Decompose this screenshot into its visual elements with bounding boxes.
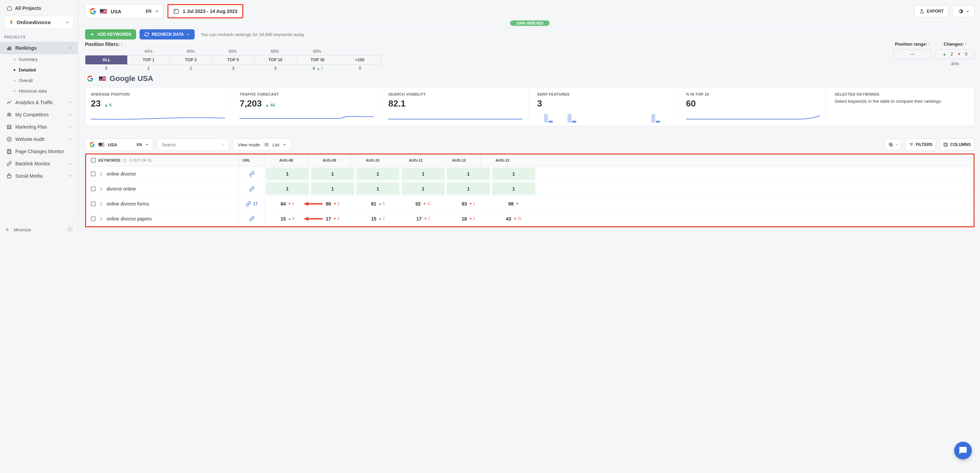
keyword-text[interactable]: online divorce papers [107,216,152,221]
chevron-down-icon [68,113,73,117]
date-header[interactable]: AUG-08 [265,154,308,166]
rank-cell: 1 [311,182,354,195]
sidebar-subitem-overall[interactable]: Overall [0,75,78,86]
select-all-checkbox[interactable] [91,158,95,162]
link-icon[interactable] [249,171,255,177]
minimize-button[interactable]: Minimize ? [0,223,78,237]
row-checkbox[interactable] [91,201,95,206]
settings-button[interactable] [952,5,975,18]
expand-row-icon[interactable]: ❯ [100,202,102,205]
columns-button[interactable]: COLUMNS [940,139,975,151]
row-checkbox[interactable] [91,172,95,176]
dot-icon [14,80,15,81]
rank-cell: 1 [311,167,354,180]
table-engine-select[interactable]: USA EN [85,139,153,151]
sidebar-subitem-detailed[interactable]: Detailed [0,65,78,75]
url-count: 17 [253,201,258,206]
project-select[interactable]: Onlinedivorce [4,16,74,29]
rank-cell: 15▲ 2 [356,212,399,225]
filters-button[interactable]: FILTERS [905,139,936,151]
filter-segment[interactable]: >100 [339,56,381,64]
export-button[interactable]: EXPORT [914,5,949,18]
changes-label: Changes: [943,41,964,47]
sidebar-item-social-media[interactable]: Social Media [0,170,78,182]
row-checkbox[interactable] [91,186,95,191]
gear-icon [957,8,963,14]
sidebar-subitem-label: Summary [19,57,38,62]
sidebar-subitem-historical-data[interactable]: Historical data [0,86,78,96]
keyword-text[interactable]: divorce online [107,186,136,191]
rank-cell: 1 [447,182,490,195]
sparkline [686,112,820,123]
link-icon[interactable] [249,216,255,221]
filter-segment[interactable]: TOP 1 [127,56,170,64]
filter-segment-count: 0 [339,65,381,71]
sidebar-item-label: Marketing Plan [15,124,47,130]
svg-rect-2 [9,47,10,50]
svg-marker-38 [304,202,308,206]
copy-button[interactable] [885,139,902,151]
expand-row-icon[interactable]: ❯ [100,217,102,220]
all-projects-label: All Projects [15,5,41,11]
filter-segment[interactable]: TOP 5 [212,56,254,64]
sidebar-item-rankings[interactable]: Rankings [0,42,78,54]
link-icon[interactable] [246,201,251,207]
sidebar-item-analytics-&-traffic[interactable]: Analytics & Traffic [0,96,78,108]
stat-top10[interactable]: % IN TOP 10 60 [681,88,826,124]
stats-row: AVERAGE POSITION 23▲ 6 TRAFFIC FORECAST … [85,87,975,126]
keywords-header[interactable]: KEYWORDS [98,158,121,162]
date-header[interactable]: AUG-12 [438,154,481,166]
sidebar-item-website-audit[interactable]: Website Audit [0,133,78,145]
expand-row-icon[interactable]: ❯ [100,187,102,191]
svg-point-9 [7,137,11,141]
help-icon[interactable]: ? [67,227,73,233]
filter-segment[interactable]: TOP 30 [297,56,339,64]
rank-cell: 81▲ 5 [356,197,399,210]
changes-value[interactable]: ▲2 ▼0 [935,49,975,59]
date-header[interactable]: AUG-10 [351,154,395,166]
sidebar-subitem-summary[interactable]: Summary [0,54,78,65]
add-keywords-button[interactable]: ADD KEYWORDS [85,29,136,40]
sidebar-item-page-changes-monitor[interactable]: Page Changes Monitor [0,145,78,158]
nav-icon [6,137,12,142]
sidebar-item-backlink-monitor[interactable]: Backlink Monitor [0,158,78,170]
sidebar-item-marketing-plan[interactable]: Marketing Plan [0,121,78,133]
flag-icon [99,76,106,81]
delta-down: ▼ 1 [469,217,475,220]
date-header[interactable]: AUG-09 [308,154,351,166]
url-header[interactable]: URL [239,154,265,166]
date-header[interactable]: AUG-11 [395,154,438,166]
google-icon [89,142,95,147]
stat-serp[interactable]: SERP FEATURES 3 [532,88,677,124]
search-input-wrap[interactable] [157,139,229,151]
pos-range-value[interactable]: — [893,49,931,59]
copy-icon [888,142,893,147]
expand-toggle[interactable] [85,129,975,136]
list-icon [264,142,269,147]
expand-row-icon[interactable]: ❯ [100,172,102,175]
filter-segment[interactable]: ALL [86,56,127,64]
search-input[interactable] [162,142,219,147]
svg-point-4 [8,113,9,114]
rank-cell: 18▼ 1 [447,212,490,225]
stat-visibility[interactable]: SEARCH VISIBILITY 82.1 [383,88,528,124]
filter-segment-count: 3 [212,65,254,71]
search-icon [221,142,224,147]
row-checkbox[interactable] [91,217,95,221]
date-range-picker[interactable]: 1 Jul 2023 - 14 Aug 2023 [167,4,243,18]
sidebar-item-label: Analytics & Traffic [15,100,53,105]
filter-segment[interactable]: TOP 10 [255,56,297,64]
all-projects-link[interactable]: All Projects [4,4,74,12]
date-header[interactable]: AUG-13 [481,154,524,166]
view-mode-select[interactable]: View mode: List [233,139,291,151]
recheck-button[interactable]: RECHECK DATA [140,29,195,40]
sidebar-subitem-label: Historical data [19,89,47,94]
keyword-text[interactable]: online divorce [107,171,136,177]
stat-traffic[interactable]: TRAFFIC FORECAST 7,203▲ 44 [234,88,379,124]
link-icon[interactable] [249,186,255,191]
stat-avg-position[interactable]: AVERAGE POSITION 23▲ 6 [86,88,231,124]
search-engine-select[interactable]: USA EN [85,4,163,18]
sidebar-item-my-competitors[interactable]: My Competitors [0,108,78,121]
filter-segment[interactable]: TOP 3 [170,56,212,64]
keyword-text[interactable]: online divorce forms [107,201,149,207]
